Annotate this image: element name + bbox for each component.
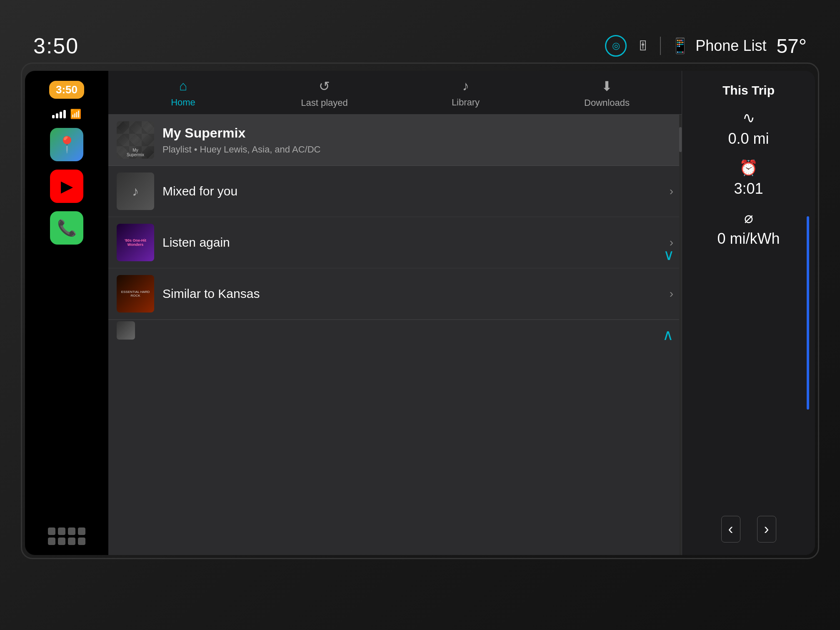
- trip-time: 3:01: [734, 180, 763, 198]
- car-status-bar: 3:50 ◎ 🎚 📱 Phone List 57°: [0, 33, 840, 58]
- trip-nav-arrows: ‹ ›: [721, 508, 776, 542]
- carplay-main: ⌂ Home ↺ Last played ♪ Library ⬇ Downloa…: [108, 71, 682, 555]
- iphone-home-dots: [48, 528, 85, 545]
- signal-bar-4: [63, 110, 66, 118]
- mixed-chevron: ›: [670, 185, 673, 198]
- audio-settings-icon[interactable]: 🎚: [637, 38, 650, 54]
- car-status-right: ◎ 🎚 📱 Phone List 57°: [605, 35, 807, 58]
- track-title: My Supermix: [162, 125, 665, 141]
- iphone-time: 3:50: [49, 81, 84, 99]
- now-playing-card[interactable]: MySupermix My Supermix Playlist • Huey L…: [108, 115, 682, 166]
- trip-time-stat: ⏰ 3:01: [690, 159, 807, 198]
- scroll-thumb: [679, 127, 682, 152]
- home-icon: ⌂: [179, 78, 187, 94]
- distance-icon: ∿: [742, 109, 755, 127]
- wifi-icon: 📶: [70, 109, 81, 120]
- carplay-area: 3:50 📶 📍 ▶ 📞: [25, 71, 815, 555]
- scroll-down-button[interactable]: ∨: [663, 246, 674, 264]
- maps-app-icon[interactable]: 📍: [50, 128, 83, 161]
- temperature-display: 57°: [776, 35, 807, 58]
- nav-downloads[interactable]: ⬇ Downloads: [536, 71, 678, 114]
- dashboard: 3:50 ◎ 🎚 📱 Phone List 57° 3:50: [0, 0, 840, 630]
- youtube-app-icon[interactable]: ▶: [50, 170, 83, 203]
- trip-prev-arrow[interactable]: ‹: [721, 516, 740, 542]
- efficiency-icon: ⌀: [744, 209, 753, 227]
- downloads-icon: ⬇: [601, 78, 612, 94]
- signal-bar-1: [52, 115, 55, 118]
- signal-bars: [52, 110, 66, 118]
- main-screen: 3:50 📶 📍 ▶ 📞: [25, 71, 815, 555]
- trip-efficiency-stat: ⌀ 0 mi/kWh: [690, 209, 807, 248]
- kansas-thumb: ESSENTIAL HARD ROCK: [117, 275, 154, 312]
- listen-again-thumb: '80s One-Hit Wonders: [117, 224, 154, 261]
- music-list: MySupermix My Supermix Playlist • Huey L…: [108, 115, 682, 555]
- car-clock: 3:50: [33, 33, 79, 58]
- track-subtitle: Playlist • Huey Lewis, Asia, and AC/DC: [162, 144, 665, 155]
- now-playing-info: My Supermix Playlist • Huey Lewis, Asia,…: [154, 125, 673, 155]
- signal-bar-2: [56, 113, 58, 118]
- kansas-chevron: ›: [670, 287, 673, 300]
- scroll-up-button[interactable]: ∧: [662, 326, 673, 344]
- timer-icon: ⏰: [739, 159, 758, 177]
- alexa-icon[interactable]: ◎: [605, 35, 627, 57]
- music-content: MySupermix My Supermix Playlist • Huey L…: [108, 115, 682, 555]
- partial-list-item: [108, 320, 682, 340]
- status-divider: [660, 37, 661, 55]
- phone-app-icon[interactable]: 📞: [50, 211, 83, 245]
- nav-last-played[interactable]: ↺ Last played: [254, 71, 395, 114]
- vertical-indicator: [807, 216, 809, 410]
- mixed-label: Mixed for you: [154, 184, 670, 198]
- list-item-mixed[interactable]: ♪ Mixed for you ›: [108, 166, 682, 217]
- iphone-sidebar: 3:50 📶 📍 ▶ 📞: [25, 71, 108, 555]
- trip-distance-stat: ∿ 0.0 mi: [690, 109, 807, 148]
- scroll-track: [679, 115, 682, 555]
- list-item-listen-again[interactable]: '80s One-Hit Wonders Listen again › ∨: [108, 217, 682, 268]
- now-playing-album-art: MySupermix: [117, 121, 154, 159]
- trip-title: This Trip: [722, 83, 775, 98]
- nav-library[interactable]: ♪ Library: [395, 71, 536, 114]
- nav-home[interactable]: ⌂ Home: [112, 71, 254, 114]
- trip-panel: This Trip ∿ 0.0 mi ⏰ 3:01 ⌀ 0 mi/kWh ‹ ›: [682, 71, 815, 555]
- mixed-thumb: ♪: [117, 172, 154, 210]
- last-played-icon: ↺: [319, 78, 330, 94]
- library-icon: ♪: [462, 78, 469, 94]
- kansas-label: Similar to Kansas: [154, 287, 670, 301]
- trip-efficiency: 0 mi/kWh: [717, 230, 780, 248]
- music-nav: ⌂ Home ↺ Last played ♪ Library ⬇ Downloa…: [108, 71, 682, 115]
- trip-distance: 0.0 mi: [728, 130, 769, 148]
- signal-bar-3: [60, 112, 62, 118]
- list-item-kansas[interactable]: ESSENTIAL HARD ROCK Similar to Kansas ›: [108, 268, 682, 320]
- trip-next-arrow[interactable]: ›: [757, 516, 776, 542]
- listen-again-label: Listen again: [154, 235, 670, 250]
- phone-section: 📱 Phone List: [671, 37, 766, 55]
- phone-list-label[interactable]: Phone List: [695, 37, 766, 55]
- partial-thumb: [117, 321, 135, 340]
- iphone-signal: 📶: [52, 109, 81, 120]
- phone-device-icon: 📱: [671, 37, 690, 55]
